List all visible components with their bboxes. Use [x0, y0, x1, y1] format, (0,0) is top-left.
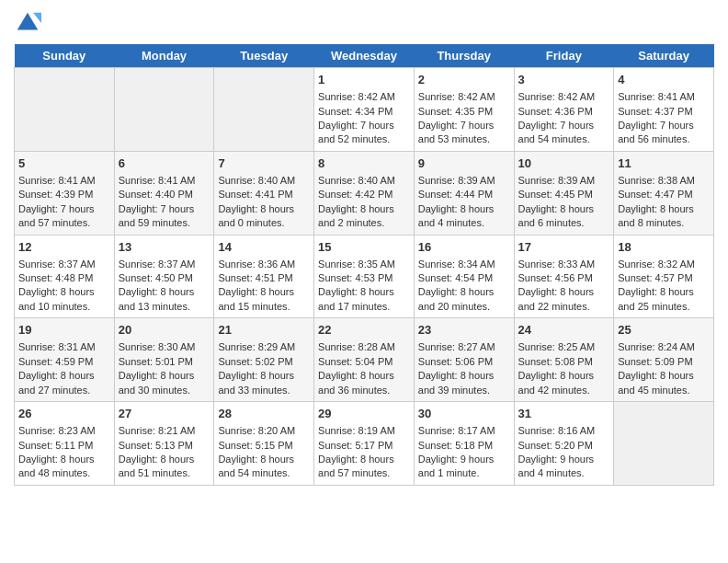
calendar-week-row: 1Sunrise: 8:42 AMSunset: 4:34 PMDaylight… [15, 68, 714, 152]
day-content: Sunrise: 8:38 AM [618, 174, 710, 188]
day-content: Daylight: 8 hours and 6 minutes. [518, 202, 610, 231]
day-content: Sunset: 4:36 PM [518, 105, 610, 119]
day-content: Sunset: 4:48 PM [18, 271, 110, 285]
day-content: Sunrise: 8:36 AM [218, 258, 310, 271]
day-number: 17 [518, 239, 610, 256]
calendar-cell: 9Sunrise: 8:39 AMSunset: 4:44 PMDaylight… [414, 151, 514, 235]
day-content: Sunrise: 8:35 AM [318, 258, 410, 271]
calendar-cell: 4Sunrise: 8:41 AMSunset: 4:37 PMDaylight… [614, 68, 714, 152]
header-monday: Monday [114, 44, 214, 68]
day-content: Daylight: 8 hours and 2 minutes. [318, 202, 410, 231]
day-number: 26 [18, 406, 110, 422]
day-content: Daylight: 7 hours and 53 minutes. [418, 119, 510, 147]
calendar-cell: 13Sunrise: 8:37 AMSunset: 4:50 PMDayligh… [114, 235, 214, 318]
day-content: Sunset: 4:45 PM [518, 188, 610, 201]
day-content: Sunset: 5:06 PM [418, 355, 510, 369]
calendar-cell: 8Sunrise: 8:40 AMSunset: 4:42 PMDaylight… [314, 151, 415, 235]
calendar-cell: 17Sunrise: 8:33 AMSunset: 4:56 PMDayligh… [514, 235, 614, 318]
day-content: Daylight: 9 hours and 1 minute. [418, 453, 510, 481]
day-content: Sunrise: 8:23 AM [18, 424, 110, 438]
day-content: Sunset: 5:08 PM [518, 355, 610, 369]
day-content: Daylight: 8 hours and 36 minutes. [318, 369, 410, 397]
day-content: Sunset: 4:42 PM [318, 188, 410, 201]
logo [14, 9, 45, 37]
day-content: Sunrise: 8:37 AM [18, 258, 110, 271]
calendar-cell: 30Sunrise: 8:17 AMSunset: 5:18 PMDayligh… [414, 402, 514, 486]
day-content: Sunset: 4:35 PM [418, 105, 510, 119]
calendar-cell [114, 68, 214, 152]
day-content: Daylight: 8 hours and 13 minutes. [119, 285, 210, 314]
day-number: 31 [518, 406, 610, 422]
day-number: 7 [218, 155, 310, 172]
day-content: Daylight: 8 hours and 27 minutes. [18, 369, 110, 397]
day-content: Daylight: 8 hours and 39 minutes. [418, 369, 510, 397]
day-content: Sunrise: 8:30 AM [119, 340, 210, 354]
day-content: Sunrise: 8:41 AM [119, 174, 210, 188]
calendar-cell: 15Sunrise: 8:35 AMSunset: 4:53 PMDayligh… [314, 235, 415, 318]
day-content: Sunset: 4:39 PM [18, 188, 110, 201]
day-content: Daylight: 8 hours and 15 minutes. [218, 285, 310, 314]
day-content: Daylight: 8 hours and 25 minutes. [618, 285, 710, 314]
day-number: 30 [418, 406, 510, 422]
day-number: 13 [119, 239, 210, 256]
day-content: Daylight: 8 hours and 42 minutes. [518, 369, 610, 397]
day-content: Sunset: 4:59 PM [18, 355, 110, 369]
day-number: 6 [119, 155, 210, 172]
day-content: Sunrise: 8:20 AM [218, 424, 310, 438]
day-content: Daylight: 8 hours and 17 minutes. [318, 285, 410, 314]
calendar-cell: 21Sunrise: 8:29 AMSunset: 5:02 PMDayligh… [214, 318, 314, 402]
day-content: Sunset: 4:51 PM [218, 271, 310, 285]
day-number: 29 [318, 406, 410, 422]
calendar-cell: 6Sunrise: 8:41 AMSunset: 4:40 PMDaylight… [114, 151, 214, 235]
day-number: 15 [318, 239, 410, 256]
day-number: 24 [518, 322, 610, 339]
calendar-cell: 7Sunrise: 8:40 AMSunset: 4:41 PMDaylight… [214, 151, 314, 235]
day-content: Sunrise: 8:19 AM [318, 424, 410, 438]
day-content: Sunrise: 8:29 AM [218, 340, 310, 354]
day-content: Sunrise: 8:28 AM [318, 340, 410, 354]
day-content: Sunrise: 8:42 AM [318, 90, 410, 104]
day-content: Sunset: 4:40 PM [119, 188, 210, 201]
calendar-cell: 16Sunrise: 8:34 AMSunset: 4:54 PMDayligh… [414, 235, 514, 318]
day-content: Sunset: 4:57 PM [618, 271, 710, 285]
day-content: Daylight: 8 hours and 4 minutes. [418, 202, 510, 231]
calendar-cell: 27Sunrise: 8:21 AMSunset: 5:13 PMDayligh… [114, 402, 214, 486]
day-number: 11 [618, 155, 710, 172]
day-number: 21 [218, 322, 310, 339]
day-content: Sunrise: 8:37 AM [119, 258, 210, 271]
day-content: Sunset: 4:37 PM [618, 105, 710, 119]
day-number: 20 [119, 322, 210, 339]
day-content: Daylight: 7 hours and 54 minutes. [518, 119, 610, 147]
day-content: Sunrise: 8:39 AM [518, 174, 610, 188]
day-content: Sunrise: 8:21 AM [119, 424, 210, 438]
day-content: Daylight: 8 hours and 51 minutes. [119, 453, 210, 481]
calendar-cell: 2Sunrise: 8:42 AMSunset: 4:35 PMDaylight… [414, 68, 514, 152]
day-content: Sunset: 5:15 PM [218, 439, 310, 453]
day-content: Daylight: 8 hours and 45 minutes. [618, 369, 710, 397]
calendar-cell: 11Sunrise: 8:38 AMSunset: 4:47 PMDayligh… [614, 151, 714, 235]
day-number: 9 [418, 155, 510, 172]
day-number: 23 [418, 322, 510, 339]
day-content: Sunrise: 8:41 AM [618, 90, 710, 104]
calendar-week-row: 12Sunrise: 8:37 AMSunset: 4:48 PMDayligh… [15, 235, 714, 318]
day-content: Daylight: 8 hours and 22 minutes. [518, 285, 610, 314]
day-content: Sunset: 5:02 PM [218, 355, 310, 369]
day-content: Sunrise: 8:31 AM [18, 340, 110, 354]
header-wednesday: Wednesday [314, 44, 415, 68]
header-thursday: Thursday [414, 44, 514, 68]
day-number: 25 [618, 322, 710, 339]
day-content: Sunset: 4:34 PM [318, 105, 410, 119]
page-header [14, 9, 714, 37]
day-number: 8 [318, 155, 410, 172]
day-content: Sunrise: 8:41 AM [18, 174, 110, 188]
header-saturday: Saturday [614, 44, 714, 68]
day-content: Daylight: 7 hours and 56 minutes. [618, 119, 710, 147]
day-content: Sunset: 5:11 PM [18, 439, 110, 453]
day-number: 28 [218, 406, 310, 422]
day-content: Daylight: 7 hours and 57 minutes. [18, 202, 110, 231]
day-content: Daylight: 8 hours and 10 minutes. [18, 285, 110, 314]
day-number: 22 [318, 322, 410, 339]
day-content: Daylight: 8 hours and 48 minutes. [18, 453, 110, 481]
calendar-cell [614, 402, 714, 486]
header-tuesday: Tuesday [214, 44, 314, 68]
